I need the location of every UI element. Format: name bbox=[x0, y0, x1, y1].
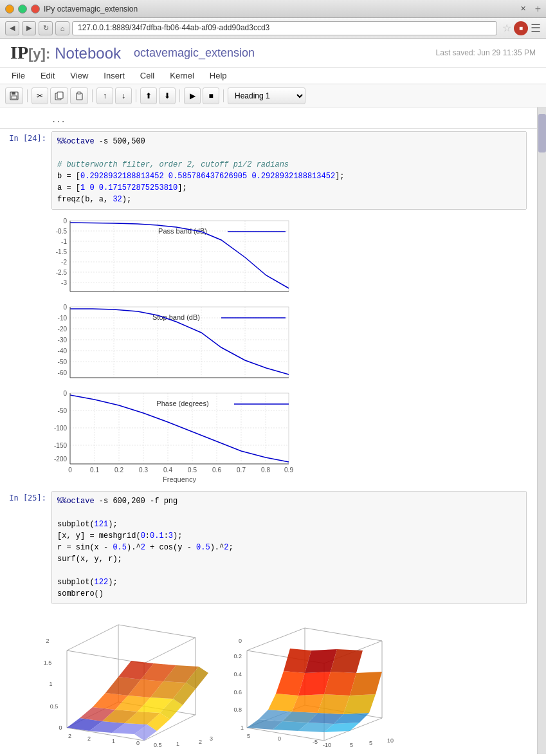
svg-text:0: 0 bbox=[63, 217, 67, 225]
move-up-button[interactable]: ↑ bbox=[96, 88, 113, 104]
menu-bar: File Edit View Insert Cell Kernel Help bbox=[0, 68, 546, 84]
menu-view[interactable]: View bbox=[64, 69, 95, 82]
svg-text:-10: -10 bbox=[58, 315, 68, 322]
svg-text:0.5: 0.5 bbox=[154, 742, 162, 748]
stop-button[interactable]: ■ bbox=[203, 88, 219, 104]
svg-text:0: 0 bbox=[59, 724, 62, 731]
home-button[interactable]: ⌂ bbox=[55, 21, 69, 35]
scrollbar-thumb[interactable] bbox=[538, 114, 546, 152]
wrench-icon[interactable]: ☰ bbox=[531, 21, 541, 35]
svg-text:0: 0 bbox=[136, 740, 140, 746]
svg-text:Frequency: Frequency bbox=[163, 475, 196, 483]
svg-text:Stop band (dB): Stop band (dB) bbox=[152, 313, 200, 321]
svg-rect-4 bbox=[57, 92, 63, 98]
svg-text:0.4: 0.4 bbox=[163, 466, 172, 474]
svg-text:3: 3 bbox=[210, 735, 213, 742]
svg-text:2: 2 bbox=[46, 638, 49, 644]
notebook-header: IP[y]: Notebook octavemagic_extension La… bbox=[0, 39, 546, 68]
svg-text:-1.5: -1.5 bbox=[56, 248, 68, 255]
code-surf: surf(x, y, r); bbox=[57, 555, 122, 564]
svg-text:0.6: 0.6 bbox=[212, 466, 221, 474]
code-num-1: 0.2928932188813452 bbox=[80, 172, 164, 181]
cells-area[interactable]: ... In [24]: %%octave -s 500,500 # butte… bbox=[0, 107, 537, 754]
maximize-button[interactable] bbox=[18, 5, 27, 14]
cell-25-content[interactable]: %%octave -s 600,200 -f png subplot(121);… bbox=[51, 491, 527, 604]
svg-text:-1: -1 bbox=[61, 238, 67, 245]
insert-below-button[interactable]: ⬇ bbox=[159, 88, 176, 104]
code-magic-2: %%octave bbox=[57, 497, 95, 506]
svg-text:0: 0 bbox=[239, 638, 242, 644]
move-down-button[interactable]: ↓ bbox=[115, 88, 132, 104]
toolbar-separator-2 bbox=[92, 89, 93, 102]
address-bar[interactable]: 127.0.0.1:8889/34f7dfba-fb06-44ab-af09-a… bbox=[72, 21, 497, 35]
menu-insert[interactable]: Insert bbox=[97, 69, 131, 82]
svg-text:-2: -2 bbox=[61, 259, 67, 266]
svg-text:2: 2 bbox=[87, 735, 91, 742]
new-tab-icon[interactable]: + bbox=[535, 3, 541, 15]
forward-button[interactable]: ▶ bbox=[22, 21, 36, 35]
cut-button[interactable]: ✂ bbox=[32, 88, 48, 104]
code-r: r = sin(x - bbox=[57, 543, 113, 552]
vertical-scrollbar[interactable] bbox=[537, 107, 546, 754]
save-button[interactable] bbox=[5, 88, 23, 104]
notebook-saved-status: Last saved: Jun 29 11:35 PM bbox=[436, 48, 536, 57]
menu-cell[interactable]: Cell bbox=[134, 69, 161, 82]
sombrero-plot: 1 0.8 0.6 0.4 0.2 0 5 0 -5 -10 5 5 10 bbox=[228, 612, 408, 753]
minimize-button[interactable] bbox=[5, 5, 14, 14]
close-button[interactable] bbox=[31, 5, 40, 14]
menu-file[interactable]: File bbox=[5, 69, 32, 82]
svg-text:1: 1 bbox=[241, 724, 244, 731]
toolbar-separator-4 bbox=[179, 89, 180, 102]
partial-top-row: ... bbox=[0, 114, 537, 129]
cell-24-prompt: In [24]: bbox=[0, 131, 51, 210]
paste-button[interactable] bbox=[70, 88, 88, 104]
svg-rect-2 bbox=[12, 96, 17, 99]
menu-kernel[interactable]: Kernel bbox=[163, 69, 201, 82]
svg-text:-0.5: -0.5 bbox=[56, 228, 68, 235]
cell-type-select[interactable]: Heading 1 Heading 2 Code Markdown Raw NB… bbox=[228, 88, 305, 104]
svg-text:-60: -60 bbox=[58, 369, 68, 376]
menu-help[interactable]: Help bbox=[203, 69, 233, 82]
svg-text:-2.5: -2.5 bbox=[56, 269, 68, 276]
svg-text:1: 1 bbox=[112, 738, 115, 744]
tab-close-icon[interactable]: ✕ bbox=[520, 5, 526, 13]
svg-text:1.5: 1.5 bbox=[44, 659, 52, 666]
cell-toolbar: ✂ ↑ ↓ ⬆ ⬇ ▶ ■ Heading 1 Heading 2 Code M… bbox=[0, 84, 546, 107]
code-magic-1: %%octave bbox=[57, 137, 95, 146]
menu-edit[interactable]: Edit bbox=[34, 69, 61, 82]
copy-button[interactable] bbox=[50, 88, 68, 104]
cell-24-input[interactable]: %%octave -s 500,500 # butterworth filter… bbox=[52, 132, 526, 209]
stop-button[interactable]: ■ bbox=[514, 21, 528, 35]
svg-text:1: 1 bbox=[176, 741, 179, 747]
svg-text:-3: -3 bbox=[61, 279, 67, 286]
svg-text:-150: -150 bbox=[54, 442, 67, 449]
cell-24-content[interactable]: %%octave -s 500,500 # butterworth filter… bbox=[51, 131, 527, 210]
passband-chart: 0 -0.5 -1 -1.5 -2 -2.5 -3 Pass band (dB) bbox=[41, 217, 298, 301]
code-line-a: a = [ bbox=[57, 183, 80, 192]
svg-text:0: 0 bbox=[63, 390, 67, 397]
code-args-1: -s 500,500 bbox=[95, 137, 145, 146]
svg-text:-50: -50 bbox=[58, 407, 68, 414]
bookmark-icon[interactable]: ☆ bbox=[502, 22, 511, 34]
code-line-freqz: freqz(b, a, bbox=[57, 195, 113, 204]
svg-text:-5: -5 bbox=[313, 739, 318, 745]
svg-text:0.9: 0.9 bbox=[284, 466, 293, 474]
code-meshgrid: [x, y] = meshgrid( bbox=[57, 531, 141, 540]
svg-text:-50: -50 bbox=[58, 358, 68, 365]
browser-toolbar: ◀ ▶ ↻ ⌂ 127.0.0.1:8889/34f7dfba-fb06-44a… bbox=[0, 18, 546, 39]
back-button[interactable]: ◀ bbox=[5, 21, 19, 35]
svg-text:5: 5 bbox=[369, 740, 372, 746]
code-comment-1: # butterworth filter, order 2, cutoff pi… bbox=[57, 160, 289, 169]
svg-text:0.2: 0.2 bbox=[114, 466, 123, 474]
toolbar-separator-3 bbox=[136, 89, 136, 102]
svg-text:0.5: 0.5 bbox=[188, 466, 197, 474]
insert-above-button[interactable]: ⬆ bbox=[140, 88, 157, 104]
svg-text:-100: -100 bbox=[54, 425, 67, 432]
svg-text:0.8: 0.8 bbox=[233, 706, 242, 713]
svg-text:0.1: 0.1 bbox=[90, 466, 99, 474]
notebook-name[interactable]: octavemagic_extension bbox=[134, 46, 255, 59]
run-button[interactable]: ▶ bbox=[184, 88, 201, 104]
browser-title: IPy octavemagic_extension bbox=[44, 5, 516, 14]
cell-25-input[interactable]: %%octave -s 600,200 -f png subplot(121);… bbox=[52, 492, 526, 604]
reload-button[interactable]: ↻ bbox=[39, 21, 53, 35]
